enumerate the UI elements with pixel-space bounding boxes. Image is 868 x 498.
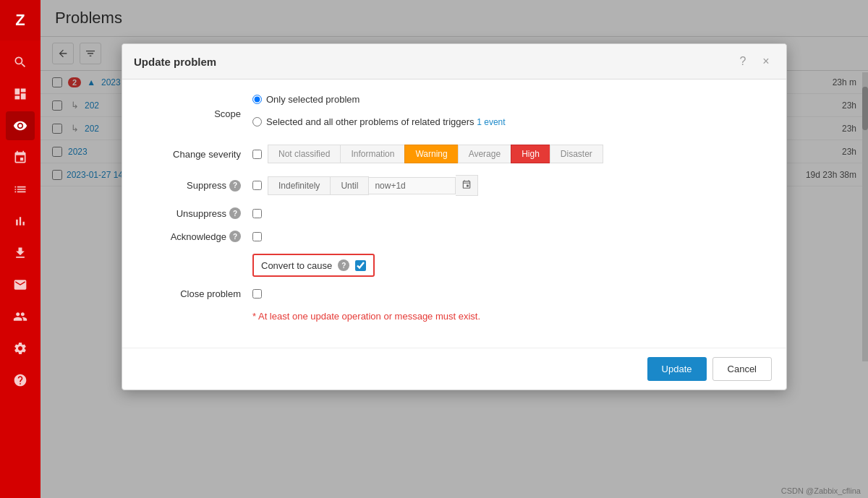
suppress-checkbox[interactable] bbox=[252, 181, 262, 190]
severity-information[interactable]: Information bbox=[340, 145, 404, 163]
acknowledge-checkbox[interactable] bbox=[252, 232, 262, 241]
scope-row: Scope Only selected problem Selected and… bbox=[144, 94, 765, 133]
suppress-help-icon[interactable]: ? bbox=[229, 180, 241, 192]
update-button[interactable]: Update bbox=[647, 357, 707, 381]
close-problem-control bbox=[252, 289, 765, 299]
severity-high[interactable]: High bbox=[511, 145, 550, 163]
sidebar-item-help[interactable] bbox=[6, 366, 35, 395]
change-severity-checkbox[interactable] bbox=[252, 150, 262, 159]
dialog-title: Update problem bbox=[134, 56, 216, 68]
convert-help-icon[interactable]: ? bbox=[338, 259, 349, 271]
sidebar-item-monitoring[interactable] bbox=[6, 111, 35, 140]
acknowledge-control bbox=[252, 232, 765, 241]
severity-control: Not classified Information Warning Avera… bbox=[252, 145, 765, 163]
dialog-footer: Update Cancel bbox=[122, 348, 786, 390]
sidebar-item-list[interactable] bbox=[6, 175, 35, 204]
scope-control: Only selected problem Selected and all o… bbox=[252, 94, 765, 133]
validation-message-area: * At least one update operation or messa… bbox=[252, 311, 765, 322]
convert-to-cause-control: Convert to cause ? bbox=[252, 254, 765, 277]
severity-disaster[interactable]: Disaster bbox=[550, 145, 603, 163]
acknowledge-label: Acknowledge ? bbox=[144, 231, 252, 242]
sidebar-item-network[interactable] bbox=[6, 143, 35, 172]
sidebar-item-settings[interactable] bbox=[6, 334, 35, 363]
suppress-inputs: Indefinitely Until bbox=[268, 175, 478, 196]
suppress-until[interactable]: Until bbox=[330, 176, 369, 195]
change-severity-label: Change severity bbox=[144, 149, 252, 160]
close-problem-checkbox[interactable] bbox=[252, 289, 262, 299]
unsuppress-label: Unsuppress ? bbox=[144, 207, 252, 219]
unsuppress-control bbox=[252, 209, 765, 218]
scope-label: Scope bbox=[144, 108, 252, 119]
convert-to-cause-label: Convert to cause bbox=[261, 260, 332, 271]
suppress-text: Suppress bbox=[187, 180, 226, 191]
acknowledge-row: Acknowledge ? bbox=[144, 231, 765, 242]
unsuppress-help-icon[interactable]: ? bbox=[229, 207, 241, 219]
dialog-help-button[interactable]: ? bbox=[734, 53, 752, 70]
unsuppress-row: Unsuppress ? bbox=[144, 207, 765, 219]
calendar-button[interactable] bbox=[456, 175, 478, 196]
scope-radio-only[interactable] bbox=[252, 95, 262, 104]
change-severity-row: Change severity Not classified Informati… bbox=[144, 145, 765, 163]
main-content: Problems 2 ▲ 2023 23h m ↳ 202 23h ↳ bbox=[41, 0, 868, 498]
scope-selected-all[interactable]: Selected and all other problems of relat… bbox=[252, 116, 506, 127]
sidebar-item-download[interactable] bbox=[6, 239, 35, 267]
sidebar-item-reports[interactable] bbox=[6, 207, 35, 236]
change-severity-text: Change severity bbox=[173, 149, 241, 160]
severity-not-classified[interactable]: Not classified bbox=[268, 145, 340, 163]
unsuppress-checkbox[interactable] bbox=[252, 209, 262, 218]
convert-to-cause-row: Convert to cause ? bbox=[144, 254, 765, 277]
modal-overlay: Update problem ? × Scope Only selected p… bbox=[41, 0, 868, 498]
suppress-row: Suppress ? Indefinitely Until bbox=[144, 175, 765, 196]
scope-only-label: Only selected problem bbox=[266, 94, 359, 105]
dialog-close-button[interactable]: × bbox=[757, 53, 775, 70]
dialog-body: Scope Only selected problem Selected and… bbox=[122, 80, 786, 348]
sidebar-item-users[interactable] bbox=[6, 302, 35, 331]
convert-to-cause-box: Convert to cause ? bbox=[252, 254, 375, 277]
scope-only-selected[interactable]: Only selected problem bbox=[252, 94, 359, 105]
acknowledge-help-icon[interactable]: ? bbox=[229, 231, 241, 242]
close-problem-label: Close problem bbox=[144, 288, 252, 299]
sidebar-item-mail[interactable] bbox=[6, 270, 35, 299]
sidebar: Z bbox=[0, 0, 41, 498]
severity-warning[interactable]: Warning bbox=[404, 145, 457, 163]
close-problem-row: Close problem bbox=[144, 288, 765, 299]
dialog-header: Update problem ? × bbox=[122, 44, 786, 80]
suppress-control: Indefinitely Until bbox=[252, 175, 765, 196]
validation-message: * At least one update operation or messa… bbox=[252, 311, 480, 322]
sidebar-item-dashboard[interactable] bbox=[6, 80, 35, 108]
validation-row: * At least one update operation or messa… bbox=[144, 311, 765, 322]
update-problem-dialog: Update problem ? × Scope Only selected p… bbox=[122, 43, 787, 390]
acknowledge-text: Acknowledge bbox=[171, 231, 226, 242]
severity-buttons: Not classified Information Warning Avera… bbox=[268, 145, 603, 163]
app-logo[interactable]: Z bbox=[0, 0, 41, 40]
logo-text: Z bbox=[15, 11, 25, 30]
close-problem-text: Close problem bbox=[180, 288, 241, 299]
suppress-indefinitely[interactable]: Indefinitely bbox=[268, 176, 330, 195]
scope-radio-all[interactable] bbox=[252, 117, 262, 126]
scope-all-label: Selected and all other problems of relat… bbox=[266, 116, 506, 127]
severity-average[interactable]: Average bbox=[458, 145, 511, 163]
validation-text: At least one update operation or message… bbox=[258, 311, 480, 322]
sidebar-item-search[interactable] bbox=[6, 48, 35, 77]
suppress-label: Suppress ? bbox=[144, 180, 252, 192]
cancel-button[interactable]: Cancel bbox=[712, 357, 772, 381]
event-count: 1 event bbox=[477, 117, 505, 127]
dialog-header-actions: ? × bbox=[734, 53, 775, 70]
convert-to-cause-checkbox[interactable] bbox=[355, 260, 366, 271]
unsuppress-text: Unsuppress bbox=[176, 208, 226, 219]
error-star: * bbox=[252, 311, 256, 322]
suppress-until-input[interactable] bbox=[369, 177, 456, 194]
